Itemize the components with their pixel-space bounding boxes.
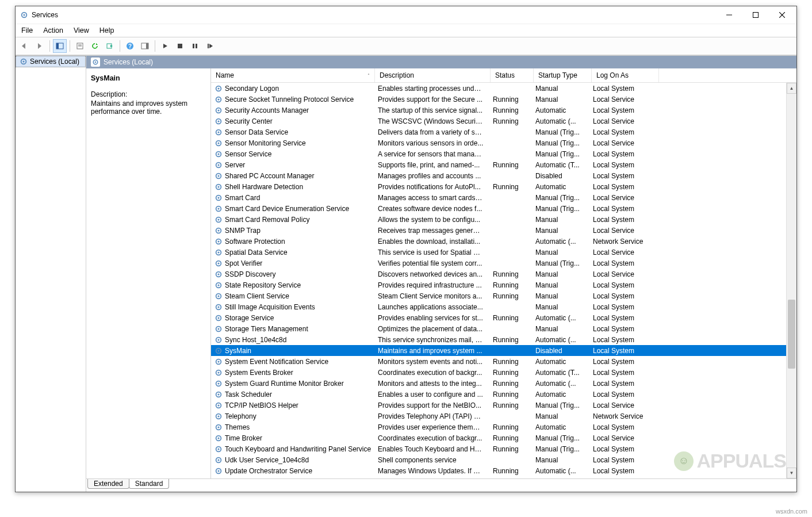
- col-description[interactable]: Description: [375, 68, 491, 82]
- menu-help[interactable]: Help: [99, 26, 114, 35]
- service-rows: Secondary LogonEnables starting processe…: [211, 83, 786, 478]
- table-row[interactable]: Smart Card Removal PolicyAllows the syst…: [211, 214, 786, 225]
- table-row[interactable]: Shell Hardware DetectionProvides notific…: [211, 181, 786, 192]
- menu-action[interactable]: Action: [43, 26, 63, 35]
- table-row[interactable]: Storage Tiers ManagementOptimizes the pl…: [211, 323, 786, 334]
- maximize-button[interactable]: [742, 6, 769, 24]
- table-row[interactable]: Sync Host_10e4c8dThis service synchroniz…: [211, 334, 786, 345]
- gear-icon: [215, 347, 223, 355]
- column-headers: Name˄ Description Status Startup Type Lo…: [211, 68, 796, 83]
- table-row[interactable]: TelephonyProvides Telephony API (TAPI) s…: [211, 411, 786, 422]
- minimize-button[interactable]: [716, 6, 742, 24]
- table-row[interactable]: ServerSupports file, print, and named-..…: [211, 159, 786, 170]
- svg-point-69: [217, 295, 219, 297]
- table-row[interactable]: Secondary LogonEnables starting processe…: [211, 83, 786, 94]
- table-row[interactable]: Sensor Data ServiceDelivers data from a …: [211, 127, 786, 137]
- gear-icon: [215, 281, 223, 289]
- close-button[interactable]: [769, 6, 795, 24]
- properties-button[interactable]: [73, 39, 87, 53]
- table-row[interactable]: Sensor ServiceA service for sensors that…: [211, 148, 786, 159]
- export-button[interactable]: [103, 39, 117, 53]
- table-row[interactable]: Spot VerifierVerifies potential file sys…: [211, 258, 786, 269]
- tab-standard[interactable]: Standard: [129, 479, 170, 489]
- table-row[interactable]: Smart CardManages access to smart cards …: [211, 192, 786, 203]
- svg-point-89: [217, 404, 219, 406]
- table-row[interactable]: SysMainMaintains and improves system ...…: [211, 345, 786, 356]
- scrollbar[interactable]: ▲ ▼: [786, 83, 796, 478]
- service-status: Running: [488, 445, 531, 453]
- service-logon: Local Service: [588, 194, 655, 202]
- col-startup-type[interactable]: Startup Type: [534, 68, 592, 82]
- menu-view[interactable]: View: [74, 26, 89, 35]
- table-row[interactable]: Udk User Service_10e4c8dShell components…: [211, 454, 786, 465]
- svg-point-1: [23, 14, 25, 16]
- gear-icon: [215, 259, 223, 267]
- tree-item-services-local[interactable]: Services (Local): [16, 56, 86, 67]
- help-button[interactable]: ?: [123, 39, 137, 53]
- table-row[interactable]: Software ProtectionEnables the download,…: [211, 236, 786, 247]
- table-row[interactable]: Task SchedulerEnables a user to configur…: [211, 389, 786, 400]
- back-button[interactable]: [18, 39, 32, 53]
- service-desc: Manages access to smart cards r...: [373, 194, 488, 202]
- gear-icon: [215, 106, 223, 114]
- table-row[interactable]: TCP/IP NetBIOS HelperProvides support fo…: [211, 400, 786, 411]
- table-row[interactable]: Security Accounts ManagerThe startup of …: [211, 105, 786, 116]
- service-startup: Automatic (...: [531, 467, 588, 475]
- svg-point-51: [217, 197, 219, 198]
- stop-service-button[interactable]: [173, 39, 187, 53]
- table-row[interactable]: Time BrokerCoordinates execution of back…: [211, 432, 786, 443]
- table-row[interactable]: Shared PC Account ManagerManages profile…: [211, 170, 786, 181]
- detail-pane: SysMain Description: Maintains and impro…: [86, 68, 211, 478]
- table-row[interactable]: System Events BrokerCoordinates executio…: [211, 367, 786, 378]
- table-row[interactable]: Update Orchestrator ServiceManages Windo…: [211, 465, 786, 476]
- table-row[interactable]: SSDP DiscoveryDiscovers networked device…: [211, 269, 786, 279]
- selected-service-title: SysMain: [91, 74, 206, 82]
- show-hide-tree-button[interactable]: [53, 39, 67, 53]
- pause-service-button[interactable]: [188, 39, 202, 53]
- col-status[interactable]: Status: [491, 68, 534, 82]
- table-row[interactable]: ThemesProvides user experience theme ...…: [211, 422, 786, 432]
- tab-extended[interactable]: Extended: [87, 479, 129, 489]
- table-row[interactable]: Security CenterThe WSCSVC (Windows Secur…: [211, 116, 786, 127]
- table-row[interactable]: State Repository ServiceProvides require…: [211, 279, 786, 290]
- table-row[interactable]: Steam Client ServiceSteam Client Service…: [211, 290, 786, 301]
- menu-file[interactable]: File: [21, 26, 33, 35]
- table-row[interactable]: System Event Notification ServiceMonitor…: [211, 356, 786, 367]
- restart-service-button[interactable]: [203, 39, 217, 53]
- window-title: Services: [32, 11, 58, 19]
- table-row[interactable]: Sensor Monitoring ServiceMonitors variou…: [211, 137, 786, 148]
- service-desc: Creates software device nodes f...: [373, 205, 488, 213]
- service-logon: Local Service: [588, 401, 655, 409]
- service-status: Running: [488, 183, 531, 191]
- svg-point-53: [217, 208, 219, 209]
- table-row[interactable]: UPnP Device HostAllows UPnP devices to b…: [211, 476, 786, 478]
- table-row[interactable]: Spatial Data ServiceThis service is used…: [211, 247, 786, 258]
- service-logon: Local System: [588, 456, 655, 464]
- table-row[interactable]: System Guard Runtime Monitor BrokerMonit…: [211, 378, 786, 389]
- scroll-thumb[interactable]: [788, 300, 795, 369]
- col-log-on-as[interactable]: Log On As: [592, 68, 659, 82]
- service-startup: Manual (Trig...: [531, 445, 588, 453]
- scroll-up-button[interactable]: ▲: [787, 83, 796, 94]
- service-logon: Local System: [588, 467, 655, 475]
- action-pane-button[interactable]: [138, 39, 152, 53]
- service-name: Storage Tiers Management: [225, 325, 308, 333]
- table-row[interactable]: Still Image Acquisition EventsLaunches a…: [211, 301, 786, 312]
- svg-point-75: [217, 328, 219, 330]
- tree-item-label: Services (Local): [30, 58, 79, 66]
- refresh-button[interactable]: [88, 39, 102, 53]
- table-row[interactable]: Smart Card Device Enumeration ServiceCre…: [211, 203, 786, 214]
- service-startup: Manual: [531, 281, 588, 289]
- service-logon: Local Service: [588, 95, 655, 104]
- table-row[interactable]: Secure Socket Tunneling Protocol Service…: [211, 94, 786, 105]
- gear-icon: [215, 401, 223, 409]
- scroll-down-button[interactable]: ▼: [787, 468, 796, 478]
- table-row[interactable]: Touch Keyboard and Handwriting Panel Ser…: [211, 443, 786, 454]
- service-startup: Manual: [531, 227, 588, 235]
- start-service-button[interactable]: [158, 39, 172, 53]
- table-row[interactable]: SNMP TrapReceives trap messages generate…: [211, 225, 786, 236]
- table-row[interactable]: Storage ServiceProvides enabling service…: [211, 312, 786, 323]
- scroll-track[interactable]: [787, 94, 796, 468]
- forward-button[interactable]: [33, 39, 47, 53]
- col-name[interactable]: Name˄: [211, 68, 375, 82]
